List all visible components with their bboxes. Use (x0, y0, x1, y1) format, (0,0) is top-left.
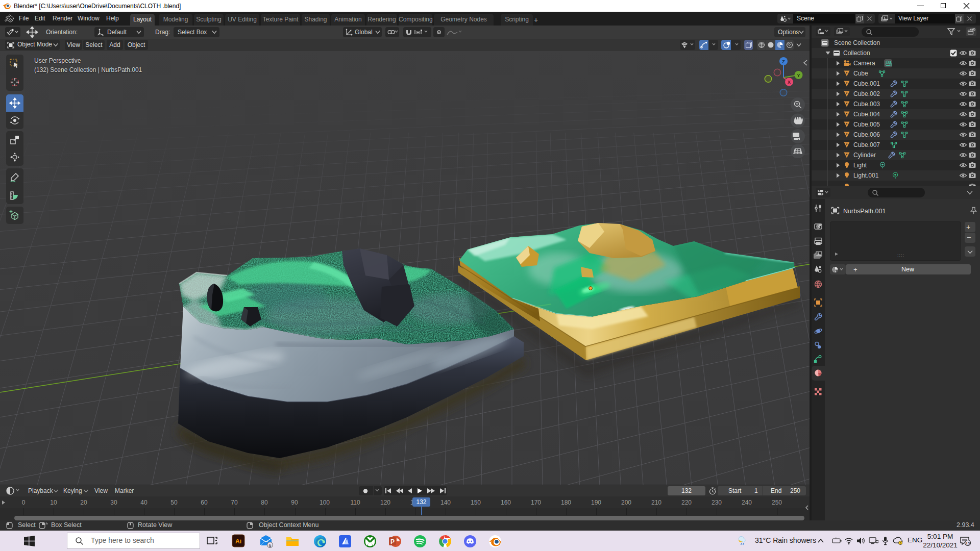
svg-text:Z: Z (782, 59, 785, 64)
svg-text:X: X (788, 80, 791, 85)
svg-text:6: 6 (268, 543, 271, 548)
svg-text:Ai: Ai (235, 538, 241, 545)
svg-text:P: P (390, 538, 395, 545)
svg-text:15: 15 (966, 541, 970, 545)
svg-text:Y: Y (797, 73, 800, 78)
